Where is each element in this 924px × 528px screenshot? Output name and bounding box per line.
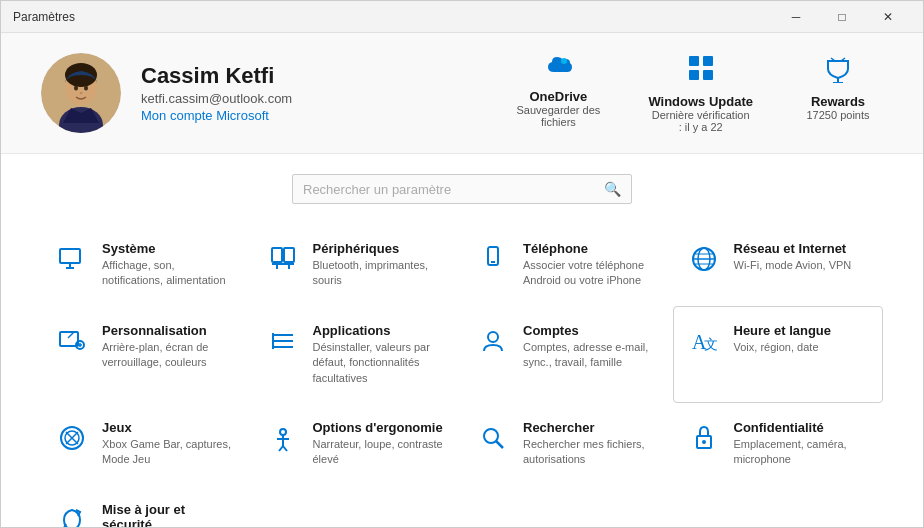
svg-rect-11 bbox=[703, 70, 713, 80]
confidentialite-title: Confidentialité bbox=[734, 420, 871, 435]
ergonomie-icon bbox=[265, 420, 301, 456]
jeux-text: Jeux Xbox Game Bar, captures, Mode Jeu bbox=[102, 420, 239, 468]
windows-update-widget[interactable]: Windows Update Dernière vérification : i… bbox=[648, 53, 753, 133]
onedrive-title: OneDrive bbox=[529, 89, 587, 104]
telephone-title: Téléphone bbox=[523, 241, 660, 256]
confidentialite-icon bbox=[686, 420, 722, 456]
telephone-icon bbox=[475, 241, 511, 277]
svg-rect-17 bbox=[272, 248, 282, 262]
systeme-desc: Affichage, son, notifications, alimentat… bbox=[102, 258, 239, 289]
settings-grid: Système Affichage, son, notifications, a… bbox=[1, 214, 923, 527]
mise-a-jour-text: Mise à jour et sécurité Windows Update, … bbox=[102, 502, 239, 527]
onedrive-subtitle: Sauvegarder des fichiers bbox=[508, 104, 608, 128]
setting-confidentialite[interactable]: Confidentialité Emplacement, caméra, mic… bbox=[673, 403, 884, 485]
jeux-desc: Xbox Game Bar, captures, Mode Jeu bbox=[102, 437, 239, 468]
rechercher-icon bbox=[475, 420, 511, 456]
peripheriques-text: Périphériques Bluetooth, imprimantes, so… bbox=[313, 241, 450, 289]
close-button[interactable]: ✕ bbox=[865, 1, 911, 33]
search-input[interactable] bbox=[303, 182, 604, 197]
setting-mise-a-jour[interactable]: Mise à jour et sécurité Windows Update, … bbox=[41, 485, 252, 527]
comptes-icon bbox=[475, 323, 511, 359]
svg-point-7 bbox=[561, 58, 567, 64]
applications-icon bbox=[265, 323, 301, 359]
jeux-icon bbox=[54, 420, 90, 456]
content-area: Cassim Ketfi ketfi.cassim@outlook.com Mo… bbox=[1, 33, 923, 527]
applications-title: Applications bbox=[313, 323, 450, 338]
telephone-desc: Associer votre téléphone Android ou votr… bbox=[523, 258, 660, 289]
comptes-title: Comptes bbox=[523, 323, 660, 338]
jeux-title: Jeux bbox=[102, 420, 239, 435]
svg-line-49 bbox=[283, 446, 287, 451]
heure-langue-icon: A 文 bbox=[686, 323, 722, 359]
setting-jeux[interactable]: Jeux Xbox Game Bar, captures, Mode Jeu bbox=[41, 403, 252, 485]
rechercher-text: Rechercher Rechercher mes fichiers, auto… bbox=[523, 420, 660, 468]
header-widgets: OneDrive Sauvegarder des fichiers Window… bbox=[508, 53, 883, 133]
ergonomie-title: Options d'ergonomie bbox=[313, 420, 450, 435]
avatar-image bbox=[41, 53, 121, 133]
setting-reseau[interactable]: Réseau et Internet Wi-Fi, mode Avion, VP… bbox=[673, 224, 884, 306]
window: Paramètres ─ □ ✕ bbox=[0, 0, 924, 528]
reseau-text: Réseau et Internet Wi-Fi, mode Avion, VP… bbox=[734, 241, 871, 273]
rechercher-title: Rechercher bbox=[523, 420, 660, 435]
svg-point-6 bbox=[80, 92, 83, 94]
systeme-title: Système bbox=[102, 241, 239, 256]
microsoft-account-link[interactable]: Mon compte Microsoft bbox=[141, 108, 488, 123]
maximize-button[interactable]: □ bbox=[819, 1, 865, 33]
rewards-subtitle: 17250 points bbox=[807, 109, 870, 121]
ergonomie-desc: Narrateur, loupe, contraste élevé bbox=[313, 437, 450, 468]
rechercher-desc: Rechercher mes fichiers, autorisations bbox=[523, 437, 660, 468]
systeme-icon bbox=[54, 241, 90, 277]
svg-point-4 bbox=[74, 86, 78, 91]
comptes-desc: Comptes, adresse e-mail, sync., travail,… bbox=[523, 340, 660, 371]
rewards-widget[interactable]: Rewards 17250 points bbox=[793, 53, 883, 121]
mise-a-jour-icon bbox=[54, 502, 90, 527]
personnalisation-desc: Arrière-plan, écran de verrouillage, cou… bbox=[102, 340, 239, 371]
reseau-icon bbox=[686, 241, 722, 277]
windows-update-subtitle: Dernière vérification : il y a 22 bbox=[651, 109, 751, 133]
confidentialite-text: Confidentialité Emplacement, caméra, mic… bbox=[734, 420, 871, 468]
svg-rect-8 bbox=[689, 56, 699, 66]
search-section: 🔍 bbox=[1, 154, 923, 214]
setting-telephone[interactable]: Téléphone Associer votre téléphone Andro… bbox=[462, 224, 673, 306]
setting-comptes[interactable]: Comptes Comptes, adresse e-mail, sync., … bbox=[462, 306, 673, 403]
svg-line-51 bbox=[496, 441, 503, 448]
minimize-button[interactable]: ─ bbox=[773, 1, 819, 33]
rewards-title: Rewards bbox=[811, 94, 865, 109]
ergonomie-text: Options d'ergonomie Narrateur, loupe, co… bbox=[313, 420, 450, 468]
heure-langue-title: Heure et langue bbox=[734, 323, 871, 338]
applications-text: Applications Désinstaller, valeurs par d… bbox=[313, 323, 450, 386]
profile-email: ketfi.cassim@outlook.com bbox=[141, 91, 488, 106]
svg-point-5 bbox=[84, 86, 88, 91]
svg-rect-9 bbox=[703, 56, 713, 66]
title-bar: Paramètres ─ □ ✕ bbox=[1, 1, 923, 33]
applications-desc: Désinstaller, valeurs par défaut, foncti… bbox=[313, 340, 450, 386]
svg-point-50 bbox=[484, 429, 498, 443]
systeme-text: Système Affichage, son, notifications, a… bbox=[102, 241, 239, 289]
window-title: Paramètres bbox=[13, 10, 773, 24]
peripheriques-title: Périphériques bbox=[313, 241, 450, 256]
heure-langue-text: Heure et langue Voix, région, date bbox=[734, 323, 871, 355]
heure-langue-desc: Voix, région, date bbox=[734, 340, 871, 355]
svg-point-45 bbox=[280, 429, 286, 435]
telephone-text: Téléphone Associer votre téléphone Andro… bbox=[523, 241, 660, 289]
setting-rechercher[interactable]: Rechercher Rechercher mes fichiers, auto… bbox=[462, 403, 673, 485]
mise-a-jour-title: Mise à jour et sécurité bbox=[102, 502, 239, 527]
personnalisation-icon bbox=[54, 323, 90, 359]
search-box[interactable]: 🔍 bbox=[292, 174, 632, 204]
svg-rect-10 bbox=[689, 70, 699, 80]
setting-applications[interactable]: Applications Désinstaller, valeurs par d… bbox=[252, 306, 463, 403]
setting-systeme[interactable]: Système Affichage, son, notifications, a… bbox=[41, 224, 252, 306]
reseau-title: Réseau et Internet bbox=[734, 241, 871, 256]
setting-heure-langue[interactable]: A 文 Heure et langue Voix, région, date bbox=[673, 306, 884, 403]
onedrive-widget[interactable]: OneDrive Sauvegarder des fichiers bbox=[508, 53, 608, 128]
personnalisation-title: Personnalisation bbox=[102, 323, 239, 338]
setting-peripheriques[interactable]: Périphériques Bluetooth, imprimantes, so… bbox=[252, 224, 463, 306]
svg-rect-14 bbox=[60, 249, 80, 263]
setting-personnalisation[interactable]: Personnalisation Arrière-plan, écran de … bbox=[41, 306, 252, 403]
svg-text:文: 文 bbox=[704, 337, 718, 352]
windows-update-icon bbox=[686, 53, 716, 90]
setting-ergonomie[interactable]: Options d'ergonomie Narrateur, loupe, co… bbox=[252, 403, 463, 485]
confidentialite-desc: Emplacement, caméra, microphone bbox=[734, 437, 871, 468]
search-icon[interactable]: 🔍 bbox=[604, 181, 621, 197]
peripheriques-desc: Bluetooth, imprimantes, souris bbox=[313, 258, 450, 289]
